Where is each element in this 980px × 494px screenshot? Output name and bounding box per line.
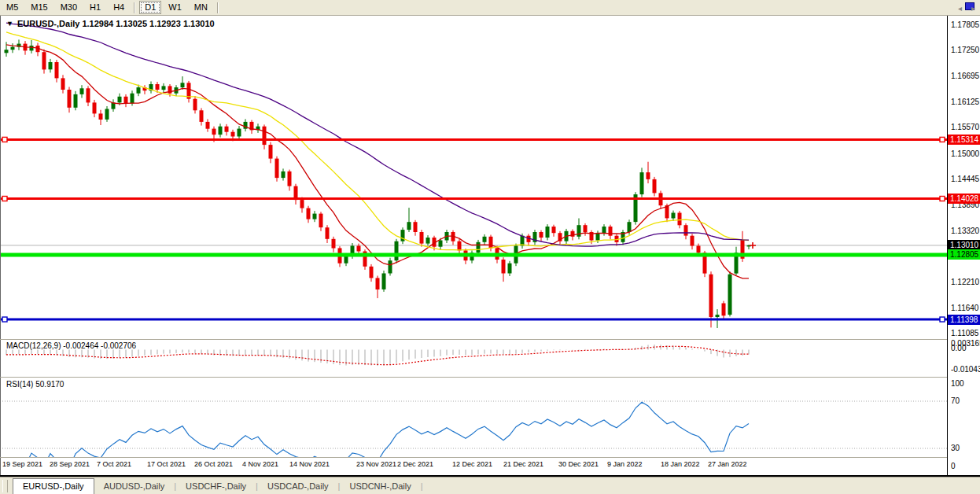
rsi-axis-label: 0 (951, 462, 956, 470)
moving-average-9 (6, 45, 749, 278)
timeframe-button-W1[interactable]: W1 (163, 1, 187, 14)
date-tick: 23 Nov 2021 (356, 460, 396, 468)
rsi-axis-label: 100 (951, 379, 964, 388)
price-tick: 1.14445 (951, 175, 979, 183)
timeframe-button-M15[interactable]: M15 (25, 1, 53, 14)
price-tick: 1.17805 (951, 20, 979, 29)
price-tick: 1.16125 (951, 98, 979, 106)
price-tick: 1.16695 (951, 72, 979, 80)
price-tick: 1.15000 (951, 149, 979, 158)
date-tick: 28 Sep 2021 (50, 460, 90, 468)
date-tick: 12 Dec 2021 (452, 460, 492, 468)
chart-tab-usdcnhdaily[interactable]: USDCNH-,Daily (340, 480, 420, 492)
main-price-panel[interactable] (0, 23, 947, 328)
price-tick: 1.12210 (951, 278, 979, 286)
toolbar-separator (134, 2, 135, 13)
chart-tab-usdchfdaily[interactable]: USDCHF-,Daily (176, 480, 256, 492)
tab-bar-grip (2, 480, 8, 492)
hline-anchor[interactable] (940, 317, 945, 322)
price-tick: 1.13320 (951, 227, 979, 235)
date-tick: 21 Dec 2021 (503, 460, 543, 468)
chart-title: ▼ EURUSD-,Daily 1.12984 1.13025 1.12923 … (6, 19, 215, 28)
rsi-axis-label: 70 (951, 396, 960, 405)
chart-tab-bar: EURUSD-,DailyAUDUSD-,Daily|USDCHF-,Daily… (0, 477, 980, 494)
date-tick: 2 Dec 2021 (397, 460, 433, 468)
price-badge-1.11398: 1.11398 (948, 315, 980, 325)
timeframe-toolbar: M5M15M30H1H4D1W1MN (0, 0, 980, 16)
chart-marker-icon: ▼ (6, 20, 13, 28)
date-tick: 7 Oct 2021 (97, 460, 131, 468)
timeframe-button-D1[interactable]: D1 (139, 1, 161, 14)
timeframe-button-M30[interactable]: M30 (55, 1, 83, 14)
timeframe-button-M5[interactable]: M5 (1, 1, 24, 14)
rsi-panel[interactable] (0, 401, 947, 484)
date-tick: 18 Jan 2022 (661, 460, 700, 468)
macd-indicator-label: MACD(12,26,9) -0.002464 -0.002706 (6, 341, 136, 350)
hline-anchor[interactable] (2, 197, 7, 201)
tab-scroll-arrows: ◂ ▸ (958, 4, 975, 13)
date-tick: 14 Nov 2021 (289, 460, 330, 468)
price-tick: 1.15570 (951, 123, 979, 131)
date-tick: 9 Jan 2022 (607, 460, 643, 468)
price-tick: 1.11085 (951, 329, 978, 337)
hline-anchor[interactable] (940, 137, 945, 142)
date-tick: 19 Sep 2021 (2, 460, 42, 468)
timeframe-button-H1[interactable]: H1 (84, 1, 106, 14)
price-badge-1.14028: 1.14028 (948, 194, 980, 204)
price-tick: 1.11640 (951, 304, 978, 312)
chart-tab-audusddaily[interactable]: AUDUSD-,Daily (94, 480, 175, 492)
hline-anchor[interactable] (940, 197, 945, 201)
tab-separator: | (421, 481, 423, 491)
rsi-axis-label: 30 (951, 444, 960, 452)
hline-anchor[interactable] (2, 317, 7, 322)
macd-axis-label: -0.010431 (951, 365, 980, 374)
chart-title-text: EURUSD-,Daily 1.12984 1.13025 1.12923 1.… (17, 19, 215, 28)
price-cross-icon (750, 242, 756, 249)
hline-anchor[interactable] (2, 137, 7, 142)
date-tick: 4 Nov 2021 (242, 460, 278, 468)
mt4-chart-window: M5M15M30H1H4D1W1MN ▼ EURUSD-,Daily 1.129… (0, 0, 980, 494)
timeframe-button-MN[interactable]: MN (189, 1, 213, 14)
price-badge-1.12805: 1.12805 (948, 249, 980, 260)
price-tick: 1.17250 (951, 46, 979, 54)
rsi-line (6, 402, 749, 484)
toolbar-separator (217, 2, 219, 13)
chart-canvas[interactable] (0, 0, 980, 494)
date-tick: 27 Jan 2022 (708, 460, 747, 468)
chart-tab-eurusddaily[interactable]: EURUSD-,Daily (13, 478, 94, 494)
candles (5, 39, 751, 328)
date-tick: 26 Oct 2021 (194, 460, 233, 468)
date-tick: 17 Oct 2021 (147, 460, 186, 468)
macd-axis-label: 0.00 (951, 344, 966, 352)
chart-tab-usdcaddaily[interactable]: USDCAD-,Daily (258, 480, 338, 492)
timeframe-button-H4[interactable]: H4 (108, 1, 130, 14)
price-badge-1.15314: 1.15314 (948, 135, 980, 145)
rsi-indicator-label: RSI(14) 50.9170 (6, 380, 64, 389)
date-tick: 30 Dec 2021 (558, 460, 599, 468)
tab-scroll-right-icon[interactable]: ▸ (971, 4, 975, 13)
tab-scroll-left-icon[interactable]: ◂ (958, 4, 962, 13)
